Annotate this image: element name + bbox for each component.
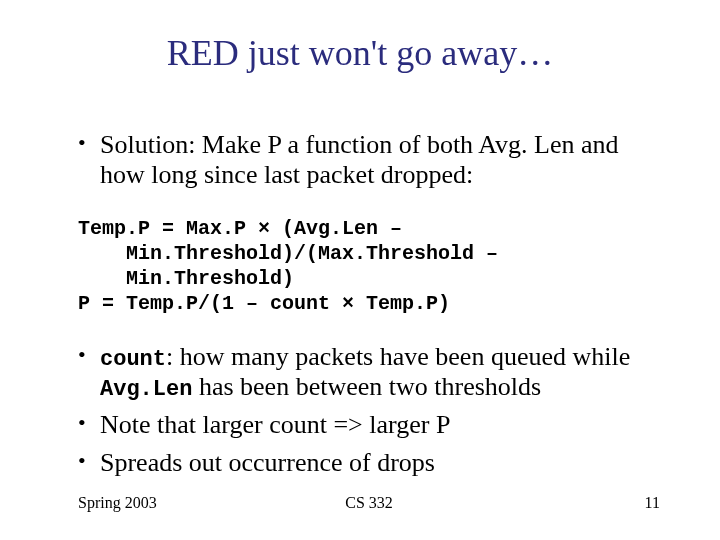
code-line-2: Min.Threshold)/(Max.Threshold – Min.Thre…: [78, 241, 660, 291]
bullet-count-text-1: : how many packets have been queued whil…: [166, 342, 630, 371]
bullet-list-1: Solution: Make P a function of both Avg.…: [78, 130, 660, 190]
footer-center: CS 332: [78, 494, 660, 512]
bullet-note: Note that larger count => larger P: [78, 410, 660, 440]
slide-title: RED just won't go away…: [0, 32, 720, 74]
code-inline-count: count: [100, 347, 166, 372]
slide-body: Solution: Make P a function of both Avg.…: [78, 130, 660, 486]
bullet-list-2: count: how many packets have been queued…: [78, 342, 660, 478]
slide: RED just won't go away… Solution: Make P…: [0, 0, 720, 540]
code-block: Temp.P = Max.P × (Avg.Len – Min.Threshol…: [78, 216, 660, 316]
bullet-count: count: how many packets have been queued…: [78, 342, 660, 403]
slide-footer: Spring 2003 CS 332 11: [78, 494, 660, 512]
bullet-solution: Solution: Make P a function of both Avg.…: [78, 130, 660, 190]
code-line-3: P = Temp.P/(1 – count × Temp.P): [78, 292, 450, 315]
bullet-spreads: Spreads out occurrence of drops: [78, 448, 660, 478]
bullet-count-text-2: has been between two thresholds: [192, 372, 541, 401]
code-inline-avglen: Avg.Len: [100, 377, 192, 402]
code-line-1: Temp.P = Max.P × (Avg.Len –: [78, 217, 402, 240]
